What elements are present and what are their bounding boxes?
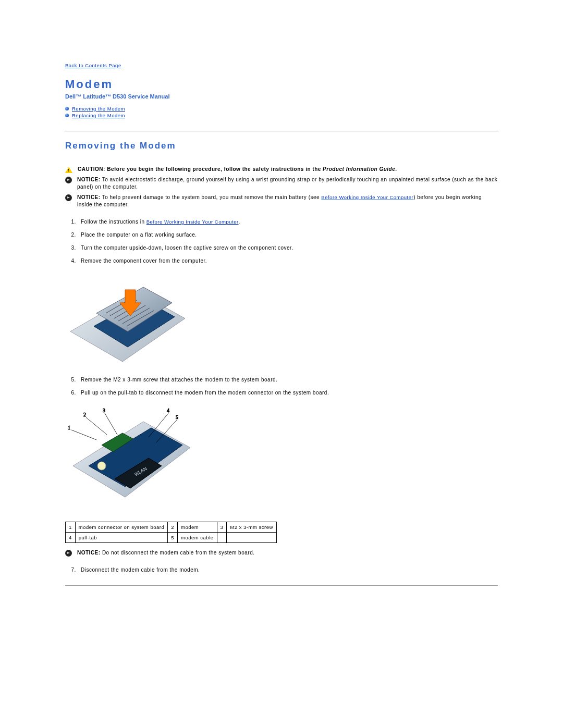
- svg-text:2: 2: [83, 412, 86, 417]
- step-3: Turn the computer upside-down, loosen th…: [78, 245, 498, 251]
- callout-label: modem connector on system board: [75, 522, 167, 533]
- notice-body-a: To help prevent damage to the system boa…: [102, 194, 322, 200]
- table-row: 1 modem connector on system board 2 mode…: [66, 522, 277, 533]
- caution-icon: [65, 167, 72, 173]
- toc-link-replacing[interactable]: Replacing the Modem: [72, 113, 125, 118]
- svg-text:5: 5: [176, 414, 178, 420]
- callout-label: [227, 533, 276, 543]
- step-link[interactable]: Before Working Inside Your Computer: [146, 219, 239, 225]
- step-5: Remove the M2 x 3-mm screw that attaches…: [78, 377, 498, 382]
- notice-label: NOTICE:: [77, 177, 101, 182]
- caution-block: CAUTION: Before you begin the following …: [65, 166, 498, 173]
- svg-text:1: 1: [68, 425, 70, 430]
- caution-body-a: Before you begin the following procedure…: [107, 166, 323, 172]
- svg-line-19: [86, 417, 107, 435]
- callout-num: 4: [66, 533, 76, 543]
- callout-label: modem: [178, 522, 217, 533]
- callout-num: 2: [168, 522, 178, 533]
- callout-label: M2 x 3-mm screw: [227, 522, 276, 533]
- notice-icon: [65, 550, 72, 557]
- procedure-list-cont: Remove the M2 x 3-mm screw that attaches…: [65, 377, 498, 396]
- callout-num: 1: [66, 522, 76, 533]
- notice-text: NOTICE: To avoid electrostatic discharge…: [77, 176, 498, 191]
- svg-line-21: [105, 413, 117, 435]
- notice-text: NOTICE: To help prevent damage to the sy…: [77, 194, 498, 208]
- step-7: Disconnect the modem cable from the mode…: [78, 567, 498, 573]
- notice-icon: [65, 194, 72, 201]
- figure-component-cover: [65, 274, 498, 366]
- toc-item: Removing the Modem: [65, 106, 498, 112]
- callout-table: 1 modem connector on system board 2 mode…: [65, 522, 277, 543]
- step-text: .: [239, 219, 240, 225]
- page-subtitle: Dell™ Latitude™ D530 Service Manual: [65, 93, 498, 100]
- callout-label: pull-tab: [75, 533, 167, 543]
- bullet-icon: [65, 114, 69, 117]
- notice-block: NOTICE: Do not disconnect the modem cabl…: [65, 549, 498, 557]
- notice-body: To avoid electrostatic discharge, ground…: [77, 177, 497, 190]
- table-row: 4 pull-tab 5 modem cable: [66, 533, 277, 543]
- svg-point-15: [97, 462, 106, 470]
- page-title: Modem: [65, 78, 498, 91]
- callout-num: [217, 533, 227, 543]
- notice-block: NOTICE: To help prevent damage to the sy…: [65, 194, 498, 208]
- caution-body-c: .: [395, 166, 397, 172]
- step-2: Place the computer on a flat working sur…: [78, 232, 498, 238]
- notice-body: Do not disconnect the modem cable from t…: [102, 550, 255, 556]
- notice-block: NOTICE: To avoid electrostatic discharge…: [65, 176, 498, 191]
- notice-label: NOTICE:: [77, 550, 101, 556]
- step-6: Pull up on the pull-tab to disconnect th…: [78, 390, 498, 396]
- callout-label: modem cable: [178, 533, 217, 543]
- step-4: Remove the component cover from the comp…: [78, 258, 498, 264]
- svg-line-17: [71, 430, 96, 440]
- svg-text:4: 4: [167, 408, 169, 413]
- back-to-contents-link[interactable]: Back to Contents Page: [65, 63, 121, 68]
- page-body: Back to Contents Page Modem Dell™ Latitu…: [0, 0, 563, 637]
- caution-label: CAUTION:: [78, 166, 105, 172]
- notice-icon: [65, 177, 72, 183]
- notice-link[interactable]: Before Working Inside Your Computer: [321, 194, 413, 200]
- procedure-list-cont2: Disconnect the modem cable from the mode…: [65, 567, 498, 573]
- toc-link-removing[interactable]: Removing the Modem: [72, 106, 125, 112]
- bullet-icon: [65, 107, 69, 110]
- caution-body-guide: Product Information Guide: [323, 166, 395, 172]
- toc-item: Replacing the Modem: [65, 113, 498, 118]
- step-1: Follow the instructions in Before Workin…: [78, 219, 498, 225]
- notice-text: NOTICE: Do not disconnect the modem cabl…: [77, 549, 498, 557]
- divider: [65, 585, 498, 586]
- callout-num: 5: [168, 533, 178, 543]
- notice-label: NOTICE:: [77, 194, 101, 200]
- figure-modem: WLAN 1 2 3 4 5: [65, 406, 498, 511]
- procedure-list: Follow the instructions in Before Workin…: [65, 219, 498, 264]
- step-text: Follow the instructions in: [81, 219, 146, 225]
- section-heading: Removing the Modem: [65, 141, 498, 151]
- caution-text: CAUTION: Before you begin the following …: [78, 166, 498, 173]
- svg-text:3: 3: [103, 408, 105, 413]
- divider: [65, 131, 498, 131]
- callout-num: 3: [217, 522, 227, 533]
